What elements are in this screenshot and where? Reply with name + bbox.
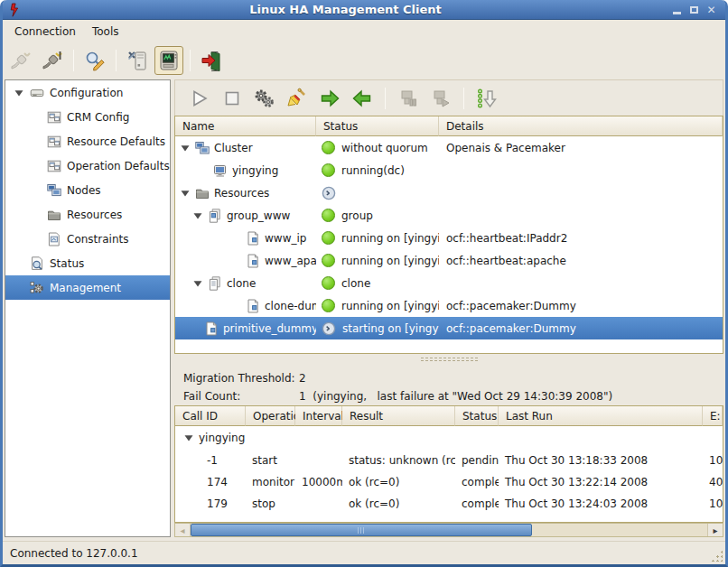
operations-table: Call ID Operation Interval Result Status… [174, 405, 723, 523]
resource-toolbar [174, 79, 723, 116]
row-status: clone [341, 277, 370, 290]
pane-splitter[interactable] [174, 354, 723, 365]
row-details: ocf::heartbeat:apache [439, 255, 723, 267]
refresh-list-button[interactable] [473, 85, 500, 112]
minimize-button[interactable] [668, 3, 686, 17]
table-row-group-www[interactable]: group_www group [175, 204, 723, 227]
table-row-clone[interactable]: clone clone [175, 272, 723, 294]
sidebar-item-configuration[interactable]: Configuration [5, 80, 170, 105]
fail-count-label: Fail Count: [183, 390, 299, 403]
maximize-button[interactable] [686, 3, 703, 17]
expander-icon[interactable] [192, 210, 203, 221]
column-header-call-id[interactable]: Call ID [175, 406, 246, 426]
row-name: Cluster [214, 142, 253, 154]
table-row-primitive-dummy[interactable]: primitive_dummy starting on [yingying] o… [175, 317, 723, 339]
main-area: Configuration CRM Config Resource Defaul… [3, 78, 725, 541]
sidebar-item-label: Status [50, 257, 84, 270]
horizontal-scrollbar[interactable]: ◂ ▸ [174, 523, 723, 537]
cluster-icon [195, 141, 210, 155]
cleanup-resource-button[interactable] [284, 85, 311, 112]
row-name: primitive_dummy [223, 322, 316, 335]
gears-icon [30, 281, 44, 295]
scroll-right-button[interactable]: ▸ [707, 524, 723, 536]
back-button[interactable] [349, 85, 376, 112]
ops-expected: 10 [703, 497, 723, 510]
column-header-operation[interactable]: Operation [246, 406, 295, 426]
splitter-grip-icon [420, 357, 478, 362]
edit-button[interactable] [80, 46, 109, 75]
titlebar[interactable]: Linux HA Management Client ✕ [3, 0, 725, 20]
expander-icon[interactable] [14, 88, 24, 98]
expander-icon[interactable] [180, 143, 191, 153]
management-panel: Name Status Details Cluster without quor… [174, 79, 723, 537]
sidebar-item-constraints[interactable]: Constraints [5, 227, 170, 251]
resource-info: Migration Threshold: 2 Fail Count: 1 (yi… [174, 365, 723, 405]
scroll-left-button[interactable]: ◂ [175, 524, 191, 536]
status-doc-icon [30, 256, 44, 271]
sidebar-item-status[interactable]: Status [5, 251, 170, 275]
sidebar-item-label: Constraints [67, 233, 128, 246]
exit-button[interactable] [197, 46, 226, 75]
start-icon [189, 88, 210, 109]
expander-icon[interactable] [180, 188, 191, 199]
configure-button[interactable] [123, 46, 152, 75]
migration-threshold-label: Migration Threshold: [183, 372, 299, 385]
sidebar-item-crm-config[interactable]: CRM Config [5, 105, 170, 129]
table-row-yingying[interactable]: yingying running(dc) [175, 159, 723, 181]
app-logo-icon [8, 3, 23, 17]
close-button[interactable]: ✕ [703, 3, 720, 17]
ops-operation: start [246, 454, 295, 467]
stop-resource-button[interactable] [219, 85, 246, 112]
column-header-interval[interactable]: Interval [295, 406, 342, 426]
row-details: ocf::pacemaker:Dummy [439, 300, 723, 312]
expander-icon[interactable] [192, 278, 203, 289]
toolbar-separator [463, 88, 464, 109]
ops-row-monitor[interactable]: 174 monitor 10000ms ok (rc=0) complete T… [175, 471, 723, 493]
primitive-icon [204, 321, 219, 336]
green-status-icon [322, 254, 335, 267]
management-view-button[interactable] [154, 46, 183, 75]
table-row-www-ip[interactable]: www_ip running on [yingying] ocf::heartb… [175, 227, 723, 249]
ops-group-label: yingying [199, 432, 245, 444]
column-header-status[interactable]: Status [455, 406, 499, 426]
clock-status-icon [322, 186, 336, 200]
sidebar-item-label: Operation Defaults [67, 160, 170, 172]
ops-result: ok (rc=0) [342, 497, 455, 510]
column-header-last-run[interactable]: Last Run [499, 406, 703, 426]
sidebar-item-resources[interactable]: Resources [5, 202, 170, 227]
table-row-www-apache[interactable]: www_apache running on [yingying] ocf::he… [175, 249, 723, 272]
sidebar-item-management[interactable]: Management [5, 275, 170, 300]
expander-icon[interactable] [183, 432, 194, 443]
table-row-resources[interactable]: Resources [175, 181, 723, 204]
main-toolbar [3, 43, 725, 78]
sidebar-item-resource-defaults[interactable]: Resource Defaults [5, 129, 170, 153]
resource-table-header: Name Status Details [175, 116, 723, 136]
menu-tools[interactable]: Tools [84, 23, 127, 41]
ops-row-start[interactable]: -1 start status: unknown (rc=14) pending… [175, 450, 723, 471]
column-header-result[interactable]: Result [342, 406, 455, 426]
resize-grip[interactable] [711, 550, 723, 562]
start-resource-button[interactable] [186, 85, 213, 112]
row-name: www_apache [265, 255, 316, 267]
close-icon: ✕ [706, 4, 715, 16]
menu-connection[interactable]: Connection [6, 23, 84, 41]
green-status-icon [322, 231, 335, 245]
ops-row-stop[interactable]: 179 stop ok (rc=0) complete Thu Oct 30 1… [175, 493, 723, 515]
scrollbar-track[interactable] [191, 524, 707, 536]
table-row-clone-dummy-0[interactable]: clone-dummy:0 running on [yingying] ocf:… [175, 294, 723, 317]
column-header-details[interactable]: Details [439, 116, 723, 136]
table-row-cluster[interactable]: Cluster without quorum Openais & Pacemak… [175, 136, 723, 159]
column-header-expected[interactable]: E: [703, 406, 723, 426]
green-status-icon [322, 141, 335, 154]
sidebar-item-label: CRM Config [67, 111, 129, 124]
default-resource-button[interactable] [251, 85, 278, 112]
sidebar-item-nodes[interactable]: Nodes [5, 178, 170, 202]
column-header-name[interactable]: Name [175, 116, 316, 136]
column-header-status[interactable]: Status [316, 116, 439, 136]
sidebar-item-operation-defaults[interactable]: Operation Defaults [5, 153, 170, 178]
forward-button[interactable] [316, 85, 343, 112]
connect-button[interactable] [38, 46, 67, 75]
scrollbar-thumb[interactable] [191, 524, 532, 536]
ops-group-row-yingying[interactable]: yingying [175, 426, 723, 450]
disconnect-icon [10, 50, 32, 71]
